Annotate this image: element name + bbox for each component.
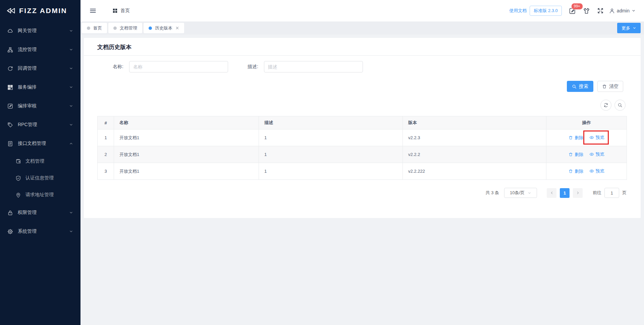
tab-history-version[interactable]: 历史版本 xyxy=(144,23,184,33)
sidebar-item-permission[interactable]: 权限管理 xyxy=(0,203,80,222)
col-header-actions: 操作 xyxy=(546,116,627,129)
preview-label: 预览 xyxy=(596,134,604,141)
form-buttons: 搜索 清空 xyxy=(84,81,641,92)
preview-link[interactable]: 预览 xyxy=(589,168,604,174)
table-row: 3 开放文档1 1 v2.2.222 删除 预览 xyxy=(98,163,627,180)
breadcrumb-home[interactable]: 首页 xyxy=(120,8,130,14)
version-button[interactable]: 标准版 2.3.0 xyxy=(530,6,562,16)
sidebar-item-label: 服务编排 xyxy=(18,84,69,90)
sidebar-subitem-auth-info[interactable]: 认证信息管理 xyxy=(0,170,80,186)
cell-version: v2.2.2 xyxy=(403,146,546,163)
desc-input[interactable] xyxy=(264,61,363,72)
desc-label: 描述: xyxy=(248,64,258,70)
chevron-down-icon xyxy=(69,104,73,108)
chevron-down-icon xyxy=(69,123,73,127)
cell-version: v2.2.222 xyxy=(403,163,546,180)
table-header-row: # 名称 描述 版本 操作 xyxy=(98,116,627,129)
breadcrumb[interactable]: 首页 xyxy=(113,8,130,14)
tab-label: 文档管理 xyxy=(120,25,137,31)
name-label: 名称: xyxy=(113,64,123,70)
chevron-left-icon xyxy=(550,191,554,195)
name-input[interactable] xyxy=(129,61,228,72)
usage-docs-link[interactable]: 使用文档 xyxy=(509,8,527,14)
goto-page: 前往 页 xyxy=(593,188,627,198)
tab-label: 历史版本 xyxy=(155,25,172,31)
page-size-select[interactable]: 10条/页 xyxy=(504,188,537,198)
goto-label: 前往 xyxy=(593,190,601,196)
sidebar-item-gateway[interactable]: 网关管理 xyxy=(0,21,80,40)
sidebar-item-orchestration-audit[interactable]: 编排审核 xyxy=(0,97,80,115)
table-toolbar xyxy=(84,100,641,111)
tab-dot-icon xyxy=(87,26,90,30)
magnifier-button[interactable] xyxy=(614,100,626,111)
prev-page-button[interactable] xyxy=(547,188,556,198)
tab-home[interactable]: 首页 xyxy=(82,23,107,33)
delete-label: 删除 xyxy=(575,135,583,141)
sidebar-item-flow-control[interactable]: 流控管理 xyxy=(0,40,80,59)
cell-desc: 1 xyxy=(259,129,403,146)
username: admin xyxy=(617,8,630,13)
notification-badge: 99+ xyxy=(571,3,583,10)
tab-dot-icon xyxy=(149,26,152,30)
cell-version: v2.2.3 xyxy=(403,129,546,146)
page-size-value: 10条/页 xyxy=(510,190,525,196)
sidebar-item-label: RPC管理 xyxy=(18,122,69,128)
current-page-button[interactable]: 1 xyxy=(560,188,570,198)
sidebar-item-rpc[interactable]: RPC管理 xyxy=(0,115,80,134)
more-button[interactable]: 更多 xyxy=(617,23,641,33)
sidebar-item-label: 认证信息管理 xyxy=(25,175,54,181)
fullscreen-icon[interactable] xyxy=(597,7,604,14)
sidebar-menu: 网关管理 流控管理 回调管理 服务编排 编排审核 xyxy=(0,21,80,241)
tab-label: 首页 xyxy=(93,25,102,31)
close-icon[interactable] xyxy=(175,26,179,30)
theme-shirt-icon[interactable] xyxy=(583,7,590,14)
pager: 1 xyxy=(545,188,584,198)
header-right-cluster: 使用文档 标准版 2.3.0 99+ admin xyxy=(509,6,644,16)
delete-link[interactable]: 删除 xyxy=(569,135,583,141)
goto-page-input[interactable] xyxy=(604,188,619,198)
eye-icon xyxy=(589,169,594,173)
person-icon xyxy=(609,8,615,14)
hamburger-menu-icon[interactable] xyxy=(89,7,97,14)
callback-icon xyxy=(7,66,13,71)
preview-link[interactable]: 预览 xyxy=(589,134,604,141)
cell-actions: 删除 预览 xyxy=(546,163,627,180)
chevron-down-icon xyxy=(69,211,73,215)
chevron-down-icon xyxy=(528,191,531,195)
changelog-icon[interactable]: 99+ xyxy=(569,7,576,14)
trash-icon xyxy=(569,169,573,173)
sidebar-item-label: 文档管理 xyxy=(25,158,44,164)
delete-label: 删除 xyxy=(575,168,583,174)
delete-link[interactable]: 删除 xyxy=(569,168,583,174)
col-header-name: 名称 xyxy=(114,116,259,129)
search-icon xyxy=(572,84,577,89)
chevron-down-icon xyxy=(69,85,73,89)
sidebar-item-api-doc[interactable]: 接口文档管理 xyxy=(0,134,80,153)
content-card: 文档历史版本 名称: 描述: 搜索 清空 xyxy=(84,38,641,218)
sidebar-item-callback[interactable]: 回调管理 xyxy=(0,59,80,78)
sidebar-item-system[interactable]: 系统管理 xyxy=(0,222,80,241)
col-header-version: 版本 xyxy=(403,116,546,129)
sidebar-item-label: 流控管理 xyxy=(18,47,69,53)
next-page-button[interactable] xyxy=(573,188,583,198)
more-button-label: 更多 xyxy=(622,25,630,31)
sidebar-item-orchestration[interactable]: 服务编排 xyxy=(0,78,80,97)
sidebar-item-label: 接口文档管理 xyxy=(18,141,69,147)
chevron-down-icon xyxy=(633,26,636,30)
gear-icon xyxy=(7,229,13,234)
sidebar-subitem-request-url[interactable]: 请求地址管理 xyxy=(0,186,80,203)
refresh-button[interactable] xyxy=(600,100,611,111)
sidebar-subitem-doc-management[interactable]: 文档管理 xyxy=(0,153,80,170)
search-button[interactable]: 搜索 xyxy=(567,81,593,92)
cell-desc: 1 xyxy=(259,163,403,180)
user-menu[interactable]: admin xyxy=(609,8,636,14)
app-window: FIZZ ADMIN 网关管理 流控管理 回调管理 服务编排 xyxy=(0,0,644,325)
delete-link[interactable]: 删除 xyxy=(569,152,583,158)
pagination-total: 共 3 条 xyxy=(486,190,499,196)
cell-index: 2 xyxy=(98,146,114,163)
tab-doc-management[interactable]: 文档管理 xyxy=(108,23,142,33)
table-row: 1 开放文档1 1 v2.2.3 删除 xyxy=(98,129,627,146)
clear-button[interactable]: 清空 xyxy=(597,81,623,92)
cell-actions: 删除 预览 xyxy=(546,146,627,163)
preview-link[interactable]: 预览 xyxy=(589,151,604,157)
